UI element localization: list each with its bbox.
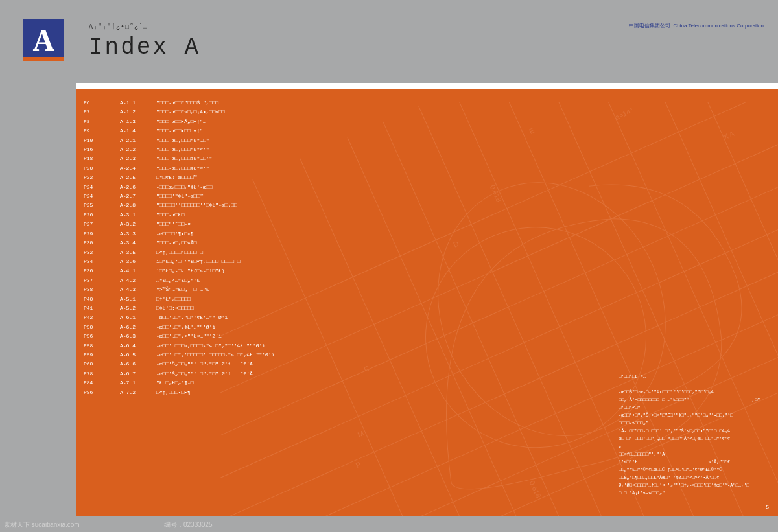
index-row: P7A-1.2"□□□-œ□□"«□,□¡¢•,□□«□□ <box>84 108 274 117</box>
index-code: A-1.3 <box>120 117 156 126</box>
index-page: P86 <box>84 388 120 397</box>
index-row: P58A-6.4-œ□□'…□□□«,□□□□‹"«…□"‚"□''¢Ł…""'… <box>84 341 274 351</box>
notes-block: □'…□'□Ł'«… -œ□□Š"□›œ-□-'"¢•□□□""'□'□□□,"… <box>619 373 774 497</box>
index-desc: -œ□□'Š„□□„""'…□"‚"□"'Ø'ì ˜€'Å <box>156 369 253 378</box>
index-desc: "Ł…□„Ł□„'¶-□ <box>156 378 194 387</box>
index-code: A-2.5 <box>120 173 156 182</box>
index-page: P42 <box>84 313 120 322</box>
index-page: P50 <box>84 323 120 332</box>
index-desc: "□□□-œ□□•□□…«†"… <box>156 126 206 135</box>
index-row: P84A-7.1"Ł…□„Ł□„'¶-□ <box>84 378 274 387</box>
index-page: P32 <box>84 248 120 257</box>
index-desc: ì□"Ł□„‹□-'"Ł□«†,□□□□'□□□□-□ <box>156 257 241 266</box>
index-page: P18 <box>84 154 120 163</box>
page-number: 5 <box>766 504 769 510</box>
index-page: P84 <box>84 378 120 387</box>
index-row: P16A-2.2"□□□-œ□‚□□□"Ł"«'" <box>84 145 274 154</box>
index-code: A-6.6 <box>120 360 156 369</box>
svg-line-12 <box>419 106 630 516</box>
index-row: P24A-2.6•□□□œ,□□□,"¢Ł'-œ□□ <box>84 183 274 192</box>
index-row: P18A-2.3"□□□-œ□‚□□□¢Ł"…□'" <box>84 154 274 163</box>
index-row: P20A-2.4"□□□-œ□‚□□□¢Ł"«'" <box>84 164 274 173</box>
svg-text:X A: X A <box>722 130 736 141</box>
index-row: P78A-6.7-œ□□'Š„□□„""'…□"‚"□"'Ø'ì ˜€'Å <box>84 369 274 378</box>
index-row: P59A-6.5-œ□□'…□"‚'□□□□□'…□□□□□‹"«…□"‚¢Ł…… <box>84 351 274 360</box>
watermark-site: 素材天下 sucaitianxia.com <box>4 520 80 529</box>
index-row: P37A-4.2…"Ł□„‹…"Ł□„"'Ł <box>84 276 274 285</box>
svg-text:P: P <box>355 460 362 469</box>
index-page: P24 <box>84 192 120 201</box>
index-code: A-3.1 <box>120 211 156 220</box>
divider-bar <box>76 83 778 89</box>
index-row: P26A-3.1"□□□-œ□Ł□ <box>84 211 274 220</box>
index-page: P78 <box>84 369 120 378</box>
index-page: P29 <box>84 229 120 238</box>
index-code: A-2.3 <box>120 154 156 163</box>
index-row: P60A-6.6-œ□□'Š„□□„""'…□"‚"□"'Ø'ì ˜€'Å <box>84 360 274 369</box>
index-code: A-3.3 <box>120 229 156 238</box>
header-text: A¡"¡"†¿•□˜¿´… Index A <box>89 19 200 61</box>
index-code: A-6.1 <box>120 313 156 322</box>
index-code: A-2.8 <box>120 201 156 210</box>
index-desc: ì□"Ł□„-□-…"Ł(□«-□ì□"Ł) <box>156 266 225 275</box>
index-desc: -œ□□'…□"‚¢Ł'…""'Ø'ì <box>156 323 215 332</box>
index-page: P7 <box>84 108 120 117</box>
index-row: P29A-3.3-œ□□□□'¶•□•¶ <box>84 229 274 238</box>
index-desc: •□□□œ,□□□,"¢Ł'-œ□□ <box>156 183 212 192</box>
index-desc: "□□□-œ□‚□□□"Ł"«'" <box>156 145 209 154</box>
index-desc: "□□□□'"¢Ł"-œ□□™ <box>156 192 203 201</box>
index-row: P32A-3.5□«†,□□□□'□□□□-□ <box>84 248 274 257</box>
index-desc: "□□□-œ□‚□□□¢Ł"…□'" <box>156 154 212 163</box>
svg-text:D: D <box>452 239 460 248</box>
index-desc: "□□□-œ□□"«□,□¡¢•,□□«□□ <box>156 108 225 117</box>
index-code: A-1.4 <box>120 126 156 135</box>
index-desc: …"Ł□„‹…"Ł□„"'Ł <box>156 276 200 285</box>
index-desc: "□□□-œ□‚□□«Å□ <box>156 238 196 248</box>
index-page: P6 <box>84 98 120 108</box>
company-en: China Telecommunications Corporation <box>674 23 764 29</box>
index-code: A-2.7 <box>120 192 156 201</box>
index-code: A-4.1 <box>120 266 156 275</box>
index-page: P27 <box>84 220 120 229</box>
index-page: P58 <box>84 341 120 351</box>
index-desc: "□□□-œ□Ł□ <box>156 211 184 220</box>
index-page: P56 <box>84 332 120 341</box>
index-page: P24 <box>84 183 120 192</box>
index-row: P38A-4.3">™Š"…"Ł□„'-□-…"Ł <box>84 285 274 294</box>
index-row: P40A-5.1□†'Ł",□□□□□ <box>84 295 274 304</box>
index-code: A-4.3 <box>120 285 156 294</box>
index-row: P41A-5.2□¢Ł'□:«□□□□□ <box>84 304 274 313</box>
svg-text:a=14°: a=14° <box>614 106 635 121</box>
index-desc: "□□□"'˜□□-« <box>156 220 191 229</box>
index-page: P40 <box>84 295 120 304</box>
index-code: A-2.6 <box>120 183 156 192</box>
index-page: P38 <box>84 285 120 294</box>
index-page: P59 <box>84 351 120 360</box>
index-code: A-2.1 <box>120 136 156 145</box>
index-code: A-5.1 <box>120 295 156 304</box>
index-code: A-6.2 <box>120 323 156 332</box>
index-page: P30 <box>84 238 120 248</box>
logo-underline <box>23 57 64 61</box>
index-row: P56A-6.3-œ□□'…□"‚‹"'Ł«…""'Ø'ì <box>84 332 274 341</box>
index-desc: -œ□□'Š„□□„""'…□"‚"□"'Ø'ì ˜€'Å <box>156 360 253 369</box>
index-code: A-6.3 <box>120 332 156 341</box>
index-desc: □"□¢Ł¡-œ□□□□™ <box>156 173 196 182</box>
index-row: P34A-3.6ì□"Ł□„‹□-'"Ł□«†,□□□□'□□□□-□ <box>84 257 274 266</box>
index-list: P6A-1.1"□□□-œ□□""□□□Š…",□□□P7A-1.2"□□□-œ… <box>84 98 274 397</box>
index-row: P22A-2.5□"□¢Ł¡-œ□□□□™ <box>84 173 274 182</box>
page-subtitle: A¡"¡"†¿•□˜¿´… <box>89 23 200 30</box>
index-page: P22 <box>84 173 120 182</box>
index-code: A-3.5 <box>120 248 156 257</box>
index-row: P10A-2.1"□□□-œ□‚□□□"Ł"…□" <box>84 136 274 145</box>
index-row: P36A-4.1ì□"Ł□„-□-…"Ł(□«-□ì□"Ł) <box>84 266 274 275</box>
svg-text:0.618: 0.618 <box>489 183 503 203</box>
index-page: P20 <box>84 164 120 173</box>
index-row: P25A-2.8"□□□□□''□□□□□□''□¢Ł"-œ□‚□□ <box>84 201 274 210</box>
index-code: A-6.7 <box>120 369 156 378</box>
index-code: A-3.6 <box>120 257 156 266</box>
index-code: A-2.4 <box>120 164 156 173</box>
index-code: A-5.2 <box>120 304 156 313</box>
index-code: A-6.5 <box>120 351 156 360</box>
index-desc: □«†,□□□•□•¶ <box>156 388 191 397</box>
